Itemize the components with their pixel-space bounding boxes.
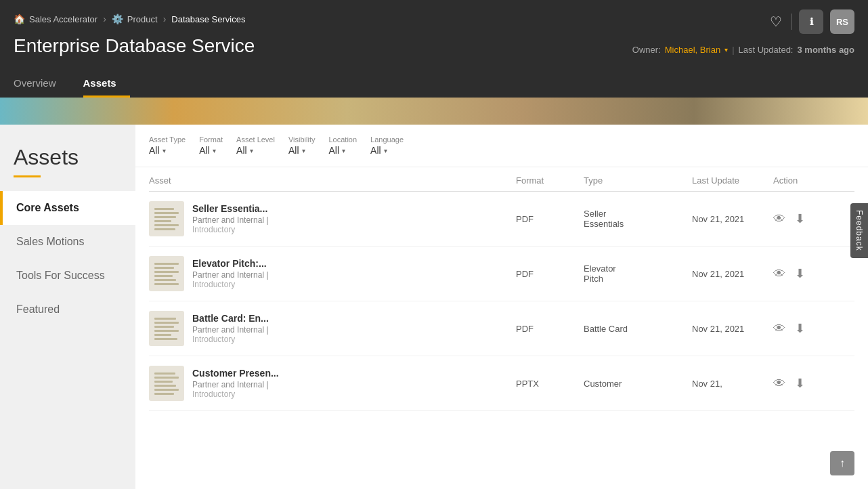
- filter-language-arrow: ▾: [384, 147, 387, 154]
- date-cell-3: Nov 21, 2021: [692, 324, 773, 334]
- filter-visibility-label: Visibility: [288, 135, 316, 144]
- home-icon: 🏠: [14, 14, 25, 24]
- feedback-label: Feedback: [854, 210, 864, 251]
- asset-thumb-2: [149, 256, 184, 291]
- info-button[interactable]: ℹ: [799, 9, 823, 34]
- scroll-top-button[interactable]: ↑: [830, 451, 854, 475]
- breadcrumb-home[interactable]: 🏠 Sales Accelerator: [14, 14, 97, 24]
- col-format: Format: [516, 175, 584, 186]
- asset-name-3[interactable]: Battle Card: En...: [192, 313, 269, 324]
- view-icon-2[interactable]: 👁: [773, 267, 785, 281]
- filter-format: Format All ▾: [199, 135, 223, 156]
- asset-sub-2: Partner and Internal |: [192, 270, 269, 280]
- sidebar-item-sales-motions[interactable]: Sales Motions: [0, 225, 135, 259]
- owner-dropdown-icon[interactable]: ▾: [724, 46, 728, 54]
- filter-format-label: Format: [199, 135, 223, 144]
- avatar-button[interactable]: RS: [830, 9, 854, 34]
- filter-language-select[interactable]: All ▾: [370, 145, 404, 156]
- view-icon-1[interactable]: 👁: [773, 212, 785, 226]
- assets-heading: Assets: [0, 138, 135, 173]
- filter-format-select[interactable]: All ▾: [199, 145, 223, 156]
- info-icon: ℹ: [810, 16, 813, 27]
- asset-level-1: Introductory: [192, 225, 269, 234]
- filter-asset-level-label: Asset Level: [236, 135, 275, 144]
- filter-asset-type-arrow: ▾: [162, 147, 166, 154]
- asset-cell-2: Elevator Pitch:... Partner and Internal …: [149, 256, 516, 291]
- sidebar-item-featured[interactable]: Featured: [0, 293, 135, 326]
- asset-level-4: Introductory: [192, 389, 279, 399]
- download-icon-4[interactable]: ⬇: [795, 376, 805, 391]
- download-icon-1[interactable]: ⬇: [795, 211, 805, 226]
- filter-visibility-arrow: ▾: [302, 147, 305, 154]
- breadcrumb-product[interactable]: ⚙️ Product: [112, 14, 158, 24]
- last-updated-label: Last Updated:: [739, 45, 794, 55]
- filter-location-select[interactable]: All ▾: [328, 145, 357, 156]
- action-cell-4: 👁 ⬇: [773, 376, 854, 391]
- filter-visibility-select[interactable]: All ▾: [288, 145, 316, 156]
- breadcrumb-home-label: Sales Accelerator: [29, 14, 97, 24]
- scroll-top-icon: ↑: [840, 457, 845, 469]
- asset-level-3: Introductory: [192, 335, 269, 344]
- type-cell-3: Battle Card: [584, 324, 692, 334]
- page-title: Enterprise Database Service: [14, 35, 255, 57]
- right-content: Asset Type All ▾ Format All ▾ Asset Leve…: [135, 125, 868, 489]
- col-type: Type: [584, 175, 692, 186]
- tab-assets[interactable]: Assets: [83, 70, 130, 98]
- breadcrumb-db-label: Database Services: [171, 14, 245, 24]
- product-icon: ⚙️: [112, 14, 123, 24]
- table-container: Asset Format Type Last Update Action: [135, 167, 868, 411]
- asset-name-2[interactable]: Elevator Pitch:...: [192, 258, 269, 269]
- table-area: Asset Format Type Last Update Action: [135, 167, 868, 489]
- feedback-tab[interactable]: Feedback: [850, 203, 868, 258]
- breadcrumb-sep-1: ›: [103, 14, 106, 24]
- asset-thumb-3: [149, 311, 184, 346]
- download-icon-2[interactable]: ⬇: [795, 266, 805, 281]
- header-divider: [791, 14, 792, 30]
- avatar-initials: RS: [836, 17, 848, 27]
- meta-divider: |: [732, 45, 734, 55]
- col-action: Action: [773, 175, 854, 186]
- format-cell-1: PDF: [516, 214, 584, 224]
- view-icon-3[interactable]: 👁: [773, 322, 785, 336]
- table-row: Seller Essentia... Partner and Internal …: [149, 192, 854, 247]
- asset-info-3: Battle Card: En... Partner and Internal …: [192, 313, 269, 344]
- filter-asset-level-select[interactable]: All ▾: [236, 145, 275, 156]
- filter-language-label: Language: [370, 135, 404, 144]
- breadcrumb-sep-2: ›: [163, 14, 167, 24]
- last-updated-value: 3 months ago: [797, 45, 854, 55]
- sidebar-item-tools-for-success[interactable]: Tools For Success: [0, 259, 135, 293]
- main-content: Assets Core Assets Sales Motions Tools F…: [0, 125, 868, 489]
- table-row: Elevator Pitch:... Partner and Internal …: [149, 247, 854, 301]
- asset-thumb-4: [149, 366, 184, 401]
- download-icon-3[interactable]: ⬇: [795, 321, 805, 336]
- top-header: 🏠 Sales Accelerator › ⚙️ Product › Datab…: [0, 0, 868, 98]
- asset-info-1: Seller Essentia... Partner and Internal …: [192, 203, 269, 234]
- asset-thumb-1: [149, 201, 184, 236]
- asset-cell-1: Seller Essentia... Partner and Internal …: [149, 201, 516, 236]
- owner-names[interactable]: Michael, Brian: [665, 45, 720, 55]
- filter-format-arrow: ▾: [213, 147, 216, 154]
- format-cell-4: PPTX: [516, 379, 584, 389]
- filter-asset-type-select[interactable]: All ▾: [149, 145, 186, 156]
- tabs-row: Overview Assets: [14, 70, 854, 98]
- col-asset: Asset: [149, 175, 516, 186]
- asset-info-4: Customer Presen... Partner and Internal …: [192, 368, 279, 399]
- filter-language: Language All ▾: [370, 135, 404, 156]
- breadcrumb-db-services[interactable]: Database Services: [171, 14, 245, 24]
- filter-visibility: Visibility All ▾: [288, 135, 316, 156]
- owner-label: Owner:: [632, 45, 661, 55]
- sidebar-item-core-assets[interactable]: Core Assets: [0, 191, 135, 225]
- table-row: Battle Card: En... Partner and Internal …: [149, 301, 854, 356]
- filter-asset-level: Asset Level All ▾: [236, 135, 275, 156]
- banner-strip: [0, 98, 868, 125]
- asset-name-1[interactable]: Seller Essentia...: [192, 203, 269, 214]
- filter-asset-level-arrow: ▾: [250, 147, 253, 154]
- date-cell-2: Nov 21, 2021: [692, 269, 773, 279]
- favorite-button[interactable]: ♡: [767, 11, 785, 33]
- tab-overview[interactable]: Overview: [14, 70, 70, 98]
- filter-location-label: Location: [328, 135, 357, 144]
- view-icon-4[interactable]: 👁: [773, 377, 785, 391]
- date-cell-1: Nov 21, 2021: [692, 214, 773, 224]
- asset-name-4[interactable]: Customer Presen...: [192, 368, 279, 379]
- asset-level-2: Introductory: [192, 280, 269, 289]
